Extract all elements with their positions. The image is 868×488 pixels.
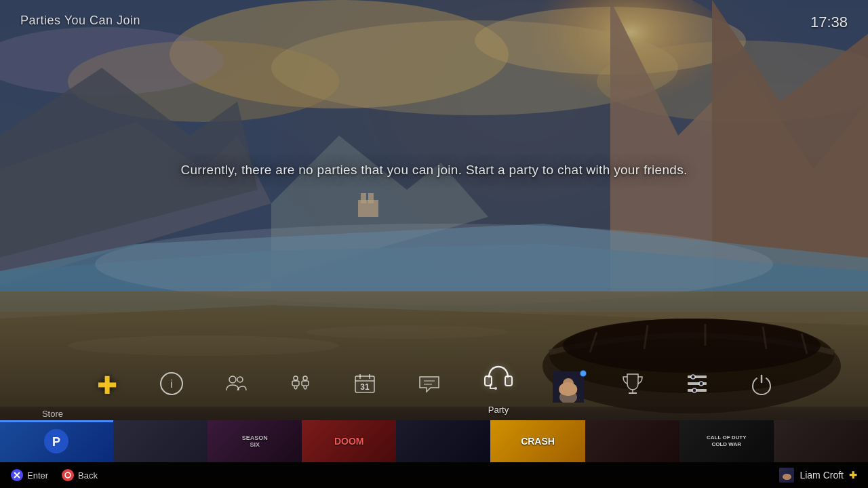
info-icon: i bbox=[159, 371, 184, 399]
ps-plus-icon: ✚ bbox=[97, 373, 117, 398]
svg-rect-37 bbox=[292, 381, 299, 386]
svg-text:P: P bbox=[52, 435, 60, 449]
power-icon bbox=[749, 371, 774, 399]
game-tile-5[interactable] bbox=[396, 420, 490, 462]
crash-tile-bg: CRASH bbox=[490, 420, 585, 462]
cod-tile-label: CALL OF DUTYCOLD WAR bbox=[707, 434, 747, 447]
enter-action[interactable]: Enter bbox=[11, 469, 48, 481]
avatar-face bbox=[553, 371, 584, 403]
profile-icon-container bbox=[553, 371, 584, 403]
icon-bar: ✚ i bbox=[0, 353, 868, 420]
game-tile-season[interactable]: SEASONSIX bbox=[208, 420, 302, 462]
svg-rect-57 bbox=[688, 382, 707, 385]
svg-text:i: i bbox=[170, 378, 173, 390]
sidebar-item-ps-plus[interactable]: ✚ bbox=[75, 368, 139, 406]
active-tile-indicator bbox=[0, 420, 113, 422]
game-tile-2[interactable] bbox=[113, 420, 208, 462]
cross-button bbox=[11, 469, 23, 481]
sidebar-item-trophies[interactable] bbox=[600, 366, 665, 407]
trophies-icon bbox=[620, 371, 645, 399]
avatar bbox=[553, 371, 584, 403]
clock: 17:38 bbox=[810, 14, 848, 31]
store-label: Store bbox=[0, 409, 105, 419]
sidebar-item-settings[interactable] bbox=[665, 366, 729, 407]
sidebar-item-whats-new[interactable]: i bbox=[139, 366, 203, 407]
svg-point-53 bbox=[559, 390, 577, 403]
back-action[interactable]: Back bbox=[62, 469, 98, 481]
sidebar-item-profile[interactable] bbox=[536, 366, 600, 408]
enter-label: Enter bbox=[27, 470, 48, 481]
svg-point-52 bbox=[563, 378, 574, 389]
sidebar-item-party[interactable]: Party bbox=[461, 353, 536, 420]
doom-tile-bg: DOOM bbox=[302, 420, 396, 462]
game-tile-doom[interactable]: DOOM bbox=[302, 420, 396, 462]
nav-ps-plus-icon: ✚ bbox=[849, 470, 857, 481]
tile5-bg bbox=[396, 420, 490, 462]
circle-button bbox=[62, 469, 74, 481]
sidebar-item-friends[interactable] bbox=[203, 366, 268, 407]
sidebar-item-messages[interactable] bbox=[397, 366, 461, 407]
party-icon bbox=[479, 359, 517, 402]
store-tile-bg: P bbox=[0, 420, 113, 462]
svg-rect-58 bbox=[688, 389, 707, 392]
svg-rect-49 bbox=[505, 376, 512, 386]
tile9-bg bbox=[774, 420, 868, 462]
sidebar-item-power[interactable] bbox=[729, 366, 793, 407]
players-icon bbox=[288, 371, 313, 399]
season-tile-label: SEASONSIX bbox=[241, 433, 269, 449]
party-label: Party bbox=[488, 405, 509, 415]
friends-icon bbox=[224, 371, 248, 399]
sidebar-item-players[interactable] bbox=[268, 366, 332, 407]
game-tile-store[interactable]: P bbox=[0, 420, 113, 462]
svg-point-66 bbox=[65, 472, 71, 478]
nav-actions: Enter Back bbox=[11, 469, 779, 481]
top-bar: Parties You Can Join 17:38 bbox=[0, 0, 868, 31]
svg-point-59 bbox=[691, 375, 695, 379]
svg-point-39 bbox=[294, 376, 298, 380]
game-tile-7[interactable] bbox=[585, 420, 679, 462]
game-tile-9[interactable] bbox=[774, 420, 868, 462]
crash-tile-label: CRASH bbox=[519, 434, 556, 448]
cod-tile-bg: CALL OF DUTYCOLD WAR bbox=[679, 420, 774, 462]
svg-point-60 bbox=[699, 382, 703, 386]
main-message-container: Currently, there are no parties that you… bbox=[180, 163, 687, 178]
svg-point-40 bbox=[303, 376, 307, 380]
calendar-icon: 31 bbox=[353, 371, 377, 399]
svg-rect-56 bbox=[688, 375, 707, 378]
section-title: Parties You Can Join bbox=[20, 14, 140, 28]
nav-user-area: Liam Croft ✚ bbox=[779, 468, 857, 483]
game-bar: P SEASONSIX DOOM CRASH bbox=[0, 420, 868, 462]
user-avatar-small bbox=[779, 468, 794, 483]
game-tile-crash[interactable]: CRASH bbox=[490, 420, 585, 462]
svg-point-61 bbox=[692, 388, 696, 392]
doom-tile-label: DOOM bbox=[333, 434, 366, 448]
svg-point-50 bbox=[494, 387, 497, 390]
tile2-bg bbox=[113, 420, 208, 462]
online-indicator bbox=[580, 370, 587, 377]
bottom-nav: Enter Back Liam Croft ✚ bbox=[0, 462, 868, 488]
svg-point-36 bbox=[237, 377, 243, 382]
tile7-bg bbox=[585, 420, 679, 462]
svg-text:31: 31 bbox=[360, 382, 370, 392]
svg-point-35 bbox=[229, 376, 236, 383]
username: Liam Croft bbox=[800, 470, 844, 481]
game-tile-cod[interactable]: CALL OF DUTYCOLD WAR bbox=[679, 420, 774, 462]
no-parties-message: Currently, there are no parties that you… bbox=[180, 163, 687, 178]
settings-icon bbox=[685, 371, 709, 399]
messages-icon bbox=[417, 371, 441, 399]
back-label: Back bbox=[78, 470, 98, 481]
season-tile-bg: SEASONSIX bbox=[208, 420, 302, 462]
svg-rect-38 bbox=[302, 381, 309, 386]
sidebar-item-events[interactable]: 31 bbox=[332, 366, 397, 407]
